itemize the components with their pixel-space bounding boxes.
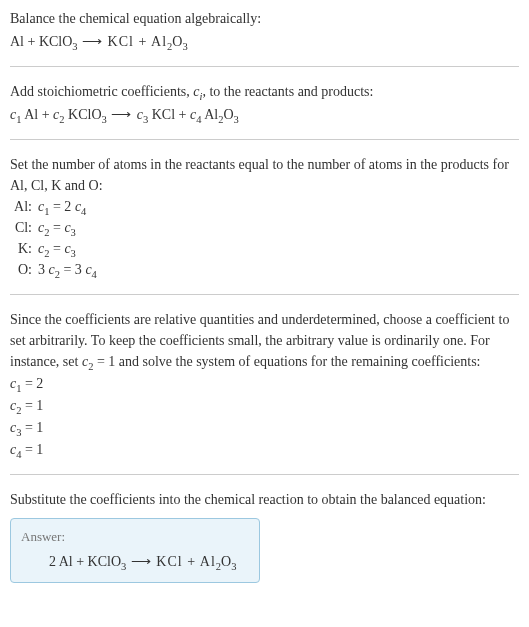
text: KClO [65,107,102,122]
element-equation: c2 = c3 [38,238,76,259]
eq-part: 2 Al + KClO [49,554,121,569]
section-atom-balance: Set the number of atoms in the reactants… [10,154,519,295]
answer-prompt: Substitute the coefficients into the che… [10,489,519,510]
balanced-equation: 2 Al + KClO3 ⟶ KCl + Al2O3 [21,551,249,572]
element-equation: c2 = c3 [38,217,76,238]
balance-prompt: Set the number of atoms in the reactants… [10,154,519,196]
section-answer: Substitute the coefficients into the che… [10,489,519,597]
text: Al [201,107,218,122]
coefficient-line: c3 = 1 [10,417,519,438]
text: Add stoichiometric coefficients, [10,84,193,99]
unbalanced-equation: Al + KClO3 ⟶ KCl + Al2O3 [10,31,519,52]
table-row: Al:c1 = 2 c4 [10,196,519,217]
text: Al + [21,107,53,122]
text: O [223,107,233,122]
table-row: K:c2 = c3 [10,238,519,259]
chem-sub: 3 [234,114,239,125]
section-solve: Since the coefficients are relative quan… [10,309,519,475]
table-row: Cl:c2 = c3 [10,217,519,238]
eq-part: ⟶ KCl + Al [126,554,215,569]
eq-part: ⟶ KCl + Al [78,34,167,49]
text: KCl + [148,107,190,122]
section-add-coefficients: Add stoichiometric coefficients, ci, to … [10,81,519,140]
element-label: Cl: [10,217,38,238]
solve-prompt: Since the coefficients are relative quan… [10,309,519,372]
eq-sub: 3 [231,560,236,571]
arrow: ⟶ [107,107,137,122]
coefficient-equation: c1 Al + c2 KClO3 ⟶ c3 KCl + c4 Al2O3 [10,104,519,125]
element-equation: c1 = 2 c4 [38,196,86,217]
eq-part: O [221,554,231,569]
text: = 1 and solve the system of equations fo… [93,354,480,369]
table-row: O:3 c2 = 3 c4 [10,259,519,280]
element-label: K: [10,238,38,259]
coefficient-line: c2 = 1 [10,395,519,416]
atom-balance-table: Al:c1 = 2 c4Cl:c2 = c3K:c2 = c3O:3 c2 = … [10,196,519,280]
element-label: O: [10,259,38,280]
text: , to the reactants and products: [202,84,373,99]
element-equation: 3 c2 = 3 c4 [38,259,97,280]
eq-part: O [172,34,182,49]
answer-label: Answer: [21,527,249,547]
coefficient-values: c1 = 2c2 = 1c3 = 1c4 = 1 [10,373,519,460]
coef-prompt: Add stoichiometric coefficients, ci, to … [10,81,519,102]
problem-prompt: Balance the chemical equation algebraica… [10,8,519,29]
coefficient-line: c1 = 2 [10,373,519,394]
answer-box: Answer: 2 Al + KClO3 ⟶ KCl + Al2O3 [10,518,260,583]
element-label: Al: [10,196,38,217]
eq-sub: 3 [182,41,187,52]
eq-part: Al + KClO [10,34,72,49]
section-problem: Balance the chemical equation algebraica… [10,8,519,67]
coefficient-line: c4 = 1 [10,439,519,460]
